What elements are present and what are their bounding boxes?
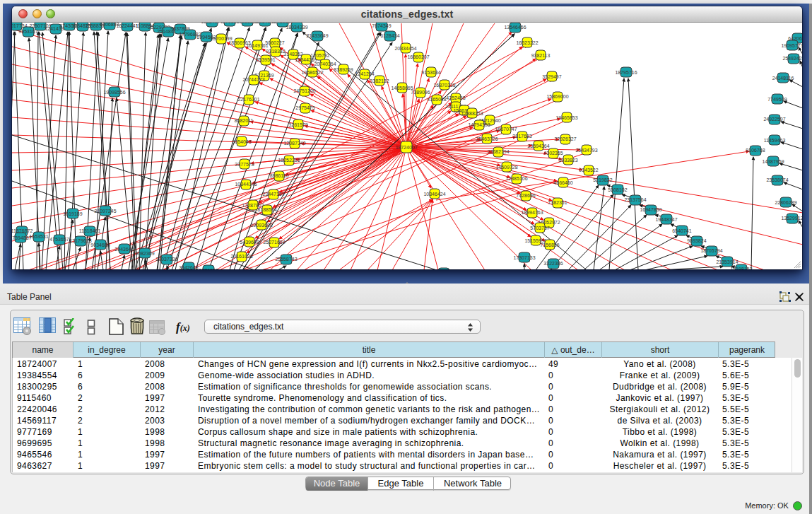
svg-text:14794303: 14794303	[468, 122, 490, 127]
svg-text:5219822: 5219822	[593, 177, 612, 182]
svg-text:20037339: 20037339	[155, 257, 177, 262]
svg-text:14509728: 14509728	[495, 165, 517, 170]
svg-text:3322386: 3322386	[543, 261, 563, 266]
svg-text:16947830: 16947830	[640, 207, 661, 212]
svg-text:9082309: 9082309	[135, 251, 154, 256]
svg-text:5308102: 5308102	[608, 187, 627, 192]
svg-text:3377578: 3377578	[235, 162, 254, 167]
svg-text:22176301: 22176301	[237, 97, 259, 102]
svg-text:7156836: 7156836	[540, 243, 559, 247]
svg-text:3033823: 3033823	[558, 158, 577, 163]
svg-text:23447169: 23447169	[262, 192, 284, 197]
svg-text:20744773: 20744773	[242, 77, 264, 82]
svg-text:22806289: 22806289	[775, 200, 796, 205]
svg-text:25463726: 25463726	[476, 136, 498, 141]
svg-text:13529912: 13529912	[781, 216, 802, 221]
svg-text:7674349: 7674349	[372, 23, 391, 28]
svg-text:9382113: 9382113	[531, 53, 551, 58]
svg-text:5703737: 5703737	[530, 226, 549, 230]
svg-text:3642648: 3642648	[179, 265, 198, 269]
svg-text:19465853: 19465853	[555, 115, 577, 120]
svg-text:19586522: 19586522	[301, 70, 323, 75]
svg-text:21433649: 21433649	[306, 33, 328, 38]
svg-text:9893824: 9893824	[687, 238, 706, 243]
svg-text:23137564: 23137564	[624, 197, 646, 202]
svg-text:15869000: 15869000	[546, 94, 568, 99]
svg-text:24148116: 24148116	[772, 76, 794, 81]
svg-text:14658665: 14658665	[391, 86, 413, 90]
svg-text:18795716: 18795716	[615, 70, 637, 75]
svg-text:16870338: 16870338	[433, 83, 455, 88]
svg-text:4252458: 4252458	[446, 95, 465, 100]
svg-text:19095773: 19095773	[781, 43, 802, 48]
svg-text:10344146: 10344146	[235, 182, 257, 187]
svg-text:8389269: 8389269	[334, 67, 353, 72]
svg-text:6540741: 6540741	[672, 228, 691, 233]
svg-text:2054043: 2054043	[232, 139, 251, 144]
svg-text:22439587: 22439587	[271, 23, 293, 24]
svg-text:19448347: 19448347	[655, 217, 677, 222]
svg-text:19098556: 19098556	[103, 90, 125, 95]
svg-text:9318332: 9318332	[266, 49, 285, 54]
svg-text:25434793: 25434793	[575, 148, 597, 153]
svg-text:8539591: 8539591	[256, 57, 275, 62]
svg-text:20740364: 20740364	[314, 62, 336, 66]
svg-text:23538074: 23538074	[766, 177, 788, 182]
svg-text:25492422: 25492422	[782, 56, 802, 61]
svg-text:4165048: 4165048	[427, 97, 446, 102]
svg-text:2975475: 2975475	[295, 105, 314, 110]
svg-text:11318461: 11318461	[79, 228, 101, 233]
svg-text:9343522: 9343522	[579, 168, 598, 173]
svg-text:24751200: 24751200	[293, 88, 315, 93]
svg-text:3529497: 3529497	[542, 74, 561, 79]
svg-text:13546466: 13546466	[504, 25, 526, 30]
svg-text:7428696: 7428696	[516, 193, 535, 198]
svg-text:2817683: 2817683	[512, 134, 531, 139]
svg-text:3148352: 3148352	[283, 52, 302, 57]
svg-text:24922597: 24922597	[763, 117, 785, 122]
svg-text:3874052: 3874052	[199, 268, 218, 269]
svg-text:12888253: 12888253	[461, 111, 483, 116]
svg-text:2943646: 2943646	[114, 247, 134, 252]
svg-text:8986110: 8986110	[270, 173, 289, 178]
svg-text:9153634: 9153634	[421, 70, 440, 75]
svg-text:22682194: 22682194	[487, 149, 509, 154]
svg-text:18034339: 18034339	[286, 25, 307, 30]
svg-text:23594364: 23594364	[527, 144, 549, 148]
svg-text:17307133: 17307133	[513, 255, 535, 260]
svg-text:8682011: 8682011	[235, 118, 254, 123]
svg-text:12385106: 12385106	[505, 176, 527, 181]
svg-text:1705792: 1705792	[310, 53, 329, 58]
svg-text:8106768: 8106768	[746, 148, 765, 153]
svg-text:11459463: 11459463	[764, 138, 786, 143]
svg-text:25558743: 25558743	[275, 257, 297, 262]
svg-text:13179613: 13179613	[69, 238, 91, 243]
svg-text:20334454: 20334454	[394, 46, 416, 51]
svg-text:22926327: 22926327	[554, 136, 576, 141]
svg-text:7382351: 7382351	[548, 200, 567, 205]
svg-text:18705794: 18705794	[700, 248, 722, 253]
svg-text:18724007: 18724007	[395, 145, 417, 150]
svg-text:3382132: 3382132	[370, 78, 389, 83]
svg-text:7389096: 7389096	[411, 90, 430, 95]
svg-text:1241284: 1241284	[355, 71, 374, 76]
svg-text:21097245: 21097245	[94, 209, 116, 214]
svg-text:18252216: 18252216	[278, 158, 300, 163]
svg-text:25271684: 25271684	[263, 240, 285, 245]
svg-text:9953167: 9953167	[18, 29, 37, 34]
svg-text:8188594: 8188594	[257, 207, 276, 212]
svg-text:1653531: 1653531	[29, 234, 48, 239]
svg-text:6128434: 6128434	[380, 33, 399, 38]
svg-text:5060227: 5060227	[265, 40, 284, 45]
svg-text:4753657: 4753657	[49, 237, 69, 242]
svg-text:15198153: 15198153	[730, 267, 752, 269]
svg-text:21353914: 21353914	[716, 259, 738, 264]
svg-text:19093688: 19093688	[250, 223, 272, 228]
svg-text:4666460: 4666460	[553, 180, 572, 185]
svg-text:5439648: 5439648	[240, 240, 259, 245]
svg-text:16523222: 16523222	[516, 40, 538, 45]
svg-text:10346424: 10346424	[423, 192, 445, 197]
svg-text:16670747: 16670747	[495, 127, 517, 132]
svg-text:12087340: 12087340	[283, 141, 305, 146]
svg-text:1019189: 1019189	[63, 211, 82, 216]
